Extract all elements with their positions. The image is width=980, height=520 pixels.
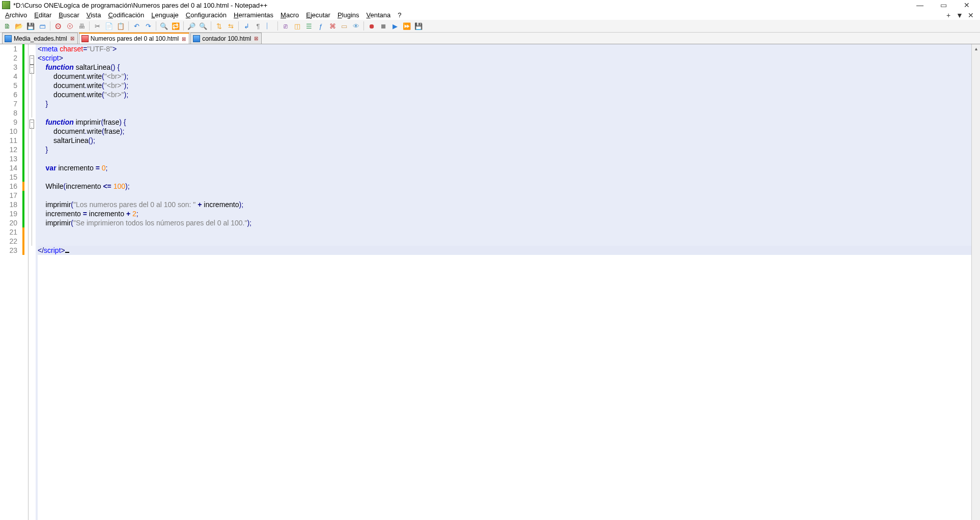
lang-icon[interactable]: ⎚ [281, 21, 291, 31]
sync-vscroll-icon[interactable]: ⇅ [214, 21, 224, 31]
play-macro-icon[interactable]: ▶ [390, 21, 400, 31]
folder-workspace-icon[interactable]: ⌘ [327, 21, 338, 31]
save-macro-icon[interactable]: 💾 [413, 21, 424, 31]
editor-area: 1234567891011121314151617181920212223 <m… [0, 44, 980, 520]
doc-map-icon[interactable]: ◫ [292, 21, 302, 31]
play-multi-icon[interactable]: ⏩ [402, 21, 412, 31]
tab-strip: Media_edades.html⊠Numeros pares del 0 al… [0, 33, 980, 44]
stop-macro-icon[interactable]: ⏹ [378, 21, 388, 31]
tab-close-icon[interactable]: ⊠ [253, 36, 259, 42]
close-all-icon[interactable]: ⮾ [65, 21, 75, 31]
window-title: *D:\Curso ONE\Logíca de programación\Num… [13, 2, 913, 9]
tab-close-icon[interactable]: ⊠ [69, 36, 75, 42]
menu-macro[interactable]: Macro [277, 10, 302, 20]
tab-label: Numeros pares del 0 al 100.html [91, 35, 179, 42]
sync-hscroll-icon[interactable]: ⇆ [226, 21, 236, 31]
toolbar: 🗎 📂 💾 🗃 ⮿ ⮾ 🖶 ✂ 📄 📋 ↶ ↷ 🔍 🔁 🔎 🔍 ⇅ ⇆ ↲ ¶ … [0, 20, 980, 33]
menu-bar: Archivo Editar Buscar Vista Codificación… [0, 10, 980, 20]
monitoring-eye-icon[interactable]: 👁 [351, 21, 361, 31]
menu-help[interactable]: ? [395, 10, 404, 20]
tab-label: contador 100.html [202, 35, 251, 42]
app-icon [2, 1, 10, 9]
record-macro-icon[interactable]: ⏺ [367, 21, 377, 31]
save-icon[interactable]: 💾 [25, 21, 36, 31]
print-icon[interactable]: 🖶 [76, 21, 87, 31]
tab-1[interactable]: Numeros pares del 0 al 100.html⊠ [79, 33, 189, 44]
tab-label: Media_edades.html [14, 35, 67, 42]
all-chars-icon[interactable]: ¶ [253, 21, 263, 31]
paste-icon[interactable]: 📋 [116, 21, 126, 31]
open-file-icon[interactable]: 📂 [14, 21, 24, 31]
file-saved-icon [5, 35, 12, 42]
close-file-icon[interactable]: ⮿ [53, 21, 63, 31]
scroll-up-icon[interactable]: ▴ [972, 44, 980, 53]
maximize-button[interactable]: ▭ [936, 0, 950, 10]
dropdown-icon[interactable]: ▼ [956, 11, 964, 19]
change-marker-gutter [21, 44, 29, 520]
new-file-icon[interactable]: 🗎 [2, 21, 12, 31]
code-content[interactable]: <meta charset="UTF-8"><script> function … [36, 44, 971, 520]
find-icon[interactable]: 🔍 [159, 21, 169, 31]
indent-guide-icon[interactable]: ⎸ [265, 21, 275, 31]
menu-buscar[interactable]: Buscar [55, 10, 82, 20]
menu-herramientas[interactable]: Herramientas [231, 10, 276, 20]
file-saved-icon [193, 35, 200, 42]
tab-2[interactable]: contador 100.html⊠ [190, 33, 262, 44]
fold-gutter[interactable] [29, 44, 36, 520]
menu-archivo[interactable]: Archivo [2, 10, 30, 20]
line-number-gutter: 1234567891011121314151617181920212223 [0, 44, 21, 520]
replace-icon[interactable]: 🔁 [171, 21, 181, 31]
menu-plugins[interactable]: Plugins [334, 10, 362, 20]
zoom-in-icon[interactable]: 🔎 [186, 21, 197, 31]
func-list-icon[interactable]: ƒ [316, 21, 326, 31]
menu-editar[interactable]: Editar [31, 10, 54, 20]
menu-vista[interactable]: Vista [83, 10, 104, 20]
vertical-scrollbar[interactable]: ▴ ▾ [971, 44, 980, 520]
copy-icon[interactable]: 📄 [104, 21, 114, 31]
menu-lenguaje[interactable]: Lenguaje [148, 10, 182, 20]
save-all-icon[interactable]: 🗃 [37, 21, 47, 31]
monitoring-icon[interactable]: ▭ [339, 21, 349, 31]
wordwrap-icon[interactable]: ↲ [241, 21, 251, 31]
undo-icon[interactable]: ↶ [131, 21, 142, 31]
menu-ventana[interactable]: Ventana [363, 10, 394, 20]
doc-list-icon[interactable]: ☰ [304, 21, 314, 31]
title-bar: *D:\Curso ONE\Logíca de programación\Num… [0, 0, 980, 10]
zoom-out-icon[interactable]: 🔍 [198, 21, 208, 31]
close-panel-icon[interactable]: ✕ [967, 11, 975, 19]
tab-close-icon[interactable]: ⊠ [181, 36, 187, 42]
tab-0[interactable]: Media_edades.html⊠ [2, 33, 78, 44]
close-button[interactable]: ✕ [960, 0, 974, 10]
menu-ejecutar[interactable]: Ejecutar [303, 10, 333, 20]
file-modified-icon [81, 35, 89, 42]
code-editor[interactable]: 1234567891011121314151617181920212223 <m… [0, 44, 971, 520]
cut-icon[interactable]: ✂ [92, 21, 102, 31]
menu-configuracion[interactable]: Configuración [183, 10, 230, 20]
menu-codificacion[interactable]: Codificación [105, 10, 147, 20]
minimize-button[interactable]: — [913, 0, 927, 10]
add-icon[interactable]: + [944, 11, 953, 19]
redo-icon[interactable]: ↷ [143, 21, 153, 31]
